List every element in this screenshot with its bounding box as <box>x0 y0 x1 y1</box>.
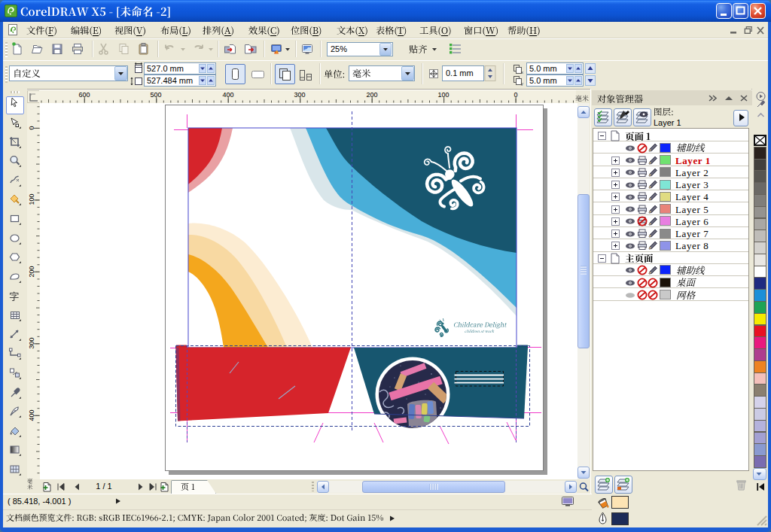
svg-text:x: x <box>521 70 523 74</box>
svg-text:y: y <box>521 81 523 86</box>
